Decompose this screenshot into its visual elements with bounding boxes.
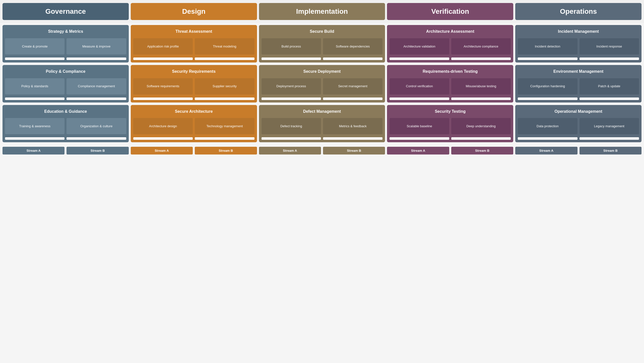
practice-policy-compliance: Policy & Compliance Policy & standards C… <box>2 65 129 102</box>
practice-architecture-assessment: Architecture Assessment Architecture val… <box>387 25 513 62</box>
practice-operational-management: Operational Management Data protection L… <box>515 105 642 142</box>
stream-b-implementation[interactable]: Stream B <box>323 147 385 154</box>
practice-incident-management: Incident Management Incident detection I… <box>515 25 642 62</box>
stream-row-implementation: Stream A Stream B <box>259 147 385 154</box>
progress-req-testing <box>390 98 511 100</box>
progress-bar-a-req-testing <box>390 98 449 100</box>
activity-scalable-baseline[interactable]: Scalable baseline <box>390 118 449 134</box>
practice-secure-deployment: Secure Deployment Deployment process Sec… <box>259 65 385 102</box>
activity-architecture-design[interactable]: Architecture design <box>133 118 193 134</box>
stream-a-verification[interactable]: Stream A <box>387 147 449 154</box>
progress-bar-b-education <box>66 137 126 140</box>
activity-training-awareness[interactable]: Training & awareness <box>5 118 64 134</box>
progress-bar-b-secure-deploy <box>323 98 382 100</box>
practice-environment-management: Environment Management Configuration har… <box>515 65 642 102</box>
practice-title-arch-assessment: Architecture Assessment <box>390 28 511 36</box>
activity-software-requirements[interactable]: Software requirements <box>133 78 193 94</box>
activity-config-hardening[interactable]: Configuration hardening <box>518 78 577 94</box>
activity-build-process[interactable]: Build process <box>262 38 321 54</box>
stream-a-design[interactable]: Stream A <box>131 147 193 154</box>
activity-threat-modeling[interactable]: Threat modeling <box>195 38 254 54</box>
practice-title-secure-build: Secure Build <box>262 28 383 36</box>
practice-title-incident-mgmt: Incident Management <box>518 28 639 36</box>
activity-software-dependencies[interactable]: Software dependencies <box>323 38 382 54</box>
activity-row-ops-mgmt: Data protection Legacy management <box>518 118 639 134</box>
practice-title-policy: Policy & Compliance <box>5 68 126 76</box>
activity-compliance-management[interactable]: Compliance management <box>66 78 126 94</box>
progress-bar-b-secure-arch <box>195 137 254 140</box>
stream-a-implementation[interactable]: Stream A <box>259 147 321 154</box>
progress-bar-a-secure-build <box>262 58 321 60</box>
activity-patch-update[interactable]: Patch & update <box>580 78 639 94</box>
header-design: Design <box>131 3 257 20</box>
practice-title-education: Education & Guidance <box>5 108 126 116</box>
activity-technology-management[interactable]: Technology management <box>195 118 254 134</box>
progress-bar-a-education <box>5 137 64 140</box>
progress-bar-b-env-mgmt <box>580 98 639 100</box>
activity-row-env-mgmt: Configuration hardening Patch & update <box>518 78 639 94</box>
progress-bar-a-security-req <box>133 98 193 100</box>
activity-architecture-validation[interactable]: Architecture validation <box>390 38 449 54</box>
activity-row-defect-mgmt: Defect tracking Metrics & feedback <box>262 118 383 134</box>
activity-supplier-security[interactable]: Supplier security <box>195 78 254 94</box>
activity-secret-management[interactable]: Secret management <box>323 78 382 94</box>
progress-bar-b-req-testing <box>451 98 511 100</box>
progress-bar-a-defect-mgmt <box>262 137 321 140</box>
activity-metrics-feedback[interactable]: Metrics & feedback <box>323 118 382 134</box>
activity-deep-understanding[interactable]: Deep understanding <box>451 118 511 134</box>
header-governance: Governance <box>2 3 129 20</box>
activity-create-promote[interactable]: Create & promote <box>5 38 64 54</box>
practice-title-threat: Threat Assessment <box>133 28 254 36</box>
activity-row-incident-mgmt: Incident detection Incident response <box>518 38 639 54</box>
progress-bar-b-security-req <box>195 98 254 100</box>
stream-b-operations[interactable]: Stream B <box>580 147 642 154</box>
stream-a-governance[interactable]: Stream A <box>2 147 64 154</box>
practice-title-defect-mgmt: Defect Management <box>262 108 383 116</box>
progress-bar-b-secure-build <box>323 58 382 60</box>
practice-education-guidance: Education & Guidance Training & awarenes… <box>2 105 129 142</box>
activity-row-secure-arch: Architecture design Technology managemen… <box>133 118 254 134</box>
activity-org-culture[interactable]: Organization & culture <box>66 118 126 134</box>
header-verification: Verification <box>387 3 513 20</box>
progress-bar-b-arch-assessment <box>451 58 511 60</box>
activity-misuse-abuse-testing[interactable]: Misuse/abuse testing <box>451 78 511 94</box>
activity-policy-standards[interactable]: Policy & standards <box>5 78 64 94</box>
activity-row-strategy: Create & promote Measure & improve <box>5 38 126 54</box>
progress-secure-build <box>262 58 383 60</box>
stream-b-governance[interactable]: Stream B <box>66 147 128 154</box>
activity-legacy-management[interactable]: Legacy management <box>580 118 639 134</box>
practice-secure-architecture: Secure Architecture Architecture design … <box>131 105 257 142</box>
activity-data-protection[interactable]: Data protection <box>518 118 577 134</box>
stream-b-verification[interactable]: Stream B <box>451 147 513 154</box>
activity-app-risk-profile[interactable]: Application risk profile <box>133 38 193 54</box>
practice-title-security-testing: Security Testing <box>390 108 511 116</box>
practice-strategy-metrics: Strategy & Metrics Create & promote Meas… <box>2 25 129 62</box>
stream-row-operations: Stream A Stream B <box>515 147 642 154</box>
practice-title-ops-mgmt: Operational Management <box>518 108 639 116</box>
stream-a-operations[interactable]: Stream A <box>515 147 577 154</box>
activity-measure-improve[interactable]: Measure & improve <box>66 38 126 54</box>
activity-control-verification[interactable]: Control verification <box>390 78 449 94</box>
progress-incident-mgmt <box>518 58 639 60</box>
activity-incident-response[interactable]: Incident response <box>580 38 639 54</box>
practice-security-requirements: Security Requirements Software requireme… <box>131 65 257 102</box>
header-operations: Operations <box>515 3 642 20</box>
progress-bar-a-incident-mgmt <box>518 58 577 60</box>
content-row: Strategy & Metrics Create & promote Meas… <box>0 23 644 363</box>
progress-bar-b-security-testing <box>451 137 511 140</box>
header-row: Governance Design Implementation Verific… <box>0 0 644 23</box>
activity-incident-detection[interactable]: Incident detection <box>518 38 577 54</box>
progress-bar-a-env-mgmt <box>518 98 577 100</box>
practice-defect-management: Defect Management Defect tracking Metric… <box>259 105 385 142</box>
progress-bar-b-incident-mgmt <box>580 58 639 60</box>
main-container: Governance Design Implementation Verific… <box>0 0 644 363</box>
header-implementation: Implementation <box>259 3 385 20</box>
activity-defect-tracking[interactable]: Defect tracking <box>262 118 321 134</box>
practice-title-security-req: Security Requirements <box>133 68 254 76</box>
practice-title-secure-deploy: Secure Deployment <box>262 68 383 76</box>
practice-title-secure-arch: Secure Architecture <box>133 108 254 116</box>
stream-b-design[interactable]: Stream B <box>195 147 257 154</box>
activity-deployment-process[interactable]: Deployment process <box>262 78 321 94</box>
column-implementation: Secure Build Build process Software depe… <box>259 25 385 360</box>
activity-architecture-compliance[interactable]: Architecture compliance <box>451 38 511 54</box>
